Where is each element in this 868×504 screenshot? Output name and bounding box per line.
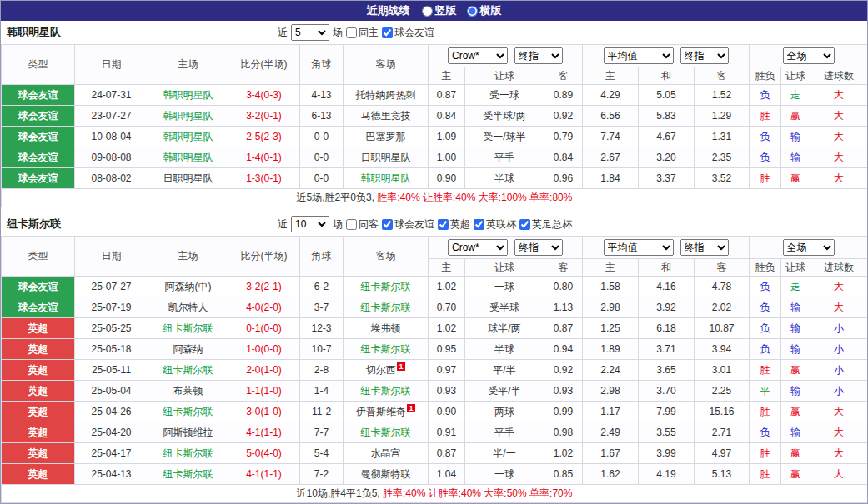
result-group: 全场 xyxy=(750,45,868,67)
match-date: 10-08-04 xyxy=(75,127,148,147)
avg-draw-odds: 3.65 xyxy=(639,360,695,381)
layout-option[interactable]: 竖版 xyxy=(422,3,457,18)
summary-segment: 胜率:40% xyxy=(383,487,425,499)
filter-option[interactable]: 英足总杯 xyxy=(519,217,572,232)
avg-draw-odds: 5.83 xyxy=(639,106,695,127)
sub-col-header: 客 xyxy=(695,67,750,85)
result-goals: 大 xyxy=(810,464,868,485)
match-row: 英超25-05-11纽卡斯尔联2-0(1-0)2-8切尔西10.97平/半0.9… xyxy=(2,360,868,381)
handicap-line: 一球 xyxy=(465,464,544,485)
result-handicap: 输 xyxy=(781,339,810,360)
team-name: 纽卡斯尔联 xyxy=(163,447,213,459)
handicap-line: 受一/球半 xyxy=(465,127,544,147)
home-team: 阿森纳(中) xyxy=(148,277,228,297)
avg-home-odds: 1.17 xyxy=(583,402,639,422)
sub-col-header: 让球 xyxy=(781,259,810,277)
layout-radio-1[interactable] xyxy=(422,6,433,17)
summary-row: 近10场,胜4平1负5, 胜率:40% 让胜率:40% 大率:50% 单率:70… xyxy=(2,485,868,503)
filter-checkbox-4[interactable] xyxy=(474,219,484,230)
handicap-home-odds: 1.09 xyxy=(429,127,465,147)
avg-home-odds: 2.67 xyxy=(583,147,639,168)
layout-radio-2[interactable] xyxy=(467,6,478,17)
avg-draw-odds: 6.18 xyxy=(639,318,695,339)
sub-col-header: 进球数 xyxy=(810,259,868,277)
recent-results-panel: 近期战绩 竖版横版 韩职明星队近5场同主球会友谊类型日期主场比分(半场)角球客场… xyxy=(0,0,868,504)
avg-home-odds: 1.89 xyxy=(583,339,639,360)
handicap-line: 两球 xyxy=(465,402,544,422)
result-outcome: 负 xyxy=(750,339,781,360)
red-card-badge: 1 xyxy=(397,362,405,371)
corner-score: 0-0 xyxy=(300,147,344,168)
match-date: 24-07-31 xyxy=(75,85,148,106)
match-row: 球会友谊08-08-02日职明星队1-3(0-1)0-0韩职明星队0.90半球0… xyxy=(2,168,868,189)
team-name: 韩职明星队 xyxy=(163,152,213,163)
odds-stage-select[interactable]: 终指 xyxy=(514,47,563,64)
avg-home-odds: 1.84 xyxy=(583,168,639,189)
filter-checkbox-1[interactable] xyxy=(346,219,357,230)
match-row: 球会友谊23-07-27韩职明星队3-2(0-1)6-13马德里竞技0.84受半… xyxy=(2,106,868,127)
filter-suffix-label: 场 xyxy=(333,217,343,232)
handicap-line: 半球 xyxy=(465,168,544,189)
team-name: 纽卡斯尔联 xyxy=(163,406,213,417)
match-row: 球会友谊25-07-19凯尔特人4-0(2-0)3-7纽卡斯尔联0.70受半球1… xyxy=(2,297,868,318)
average-select[interactable]: 平均值 xyxy=(604,239,674,256)
avg-stage-select[interactable]: 终指 xyxy=(680,47,729,64)
away-team: 纽卡斯尔联 xyxy=(344,277,429,297)
match-date: 25-05-11 xyxy=(75,360,148,381)
home-team: 凯尔特人 xyxy=(148,297,228,318)
section-header-bar: 纽卡斯尔联近10场同客球会友谊英超英联杯英足总杯 xyxy=(1,212,867,236)
away-team: 纽卡斯尔联 xyxy=(344,297,429,318)
handicap-home-odds: 0.95 xyxy=(429,339,465,360)
filter-option-label: 英超 xyxy=(450,217,470,232)
handicap-away-odds: 0.85 xyxy=(544,464,583,485)
sub-col-header: 让球 xyxy=(465,259,544,277)
red-card-badge: 1 xyxy=(407,404,415,412)
layout-option[interactable]: 横版 xyxy=(467,3,502,18)
bookmaker-select[interactable]: Crow* xyxy=(448,47,508,64)
filter-option[interactable]: 同主 xyxy=(346,26,379,40)
filter-checkbox-3[interactable] xyxy=(438,219,449,230)
avg-draw-odds: 4.19 xyxy=(639,464,695,485)
avg-away-odds: 2.25 xyxy=(695,381,750,402)
avg-home-odds: 2.98 xyxy=(583,381,639,402)
filter-option[interactable]: 英联杯 xyxy=(474,217,516,232)
filter-checkbox-2[interactable] xyxy=(382,219,393,230)
match-date: 25-07-19 xyxy=(75,297,148,318)
odds-stage-select[interactable]: 终指 xyxy=(514,239,563,256)
average-select[interactable]: 平均值 xyxy=(604,47,674,64)
team-name: 巴塞罗那 xyxy=(366,131,406,142)
handicap-home-odds: 1.02 xyxy=(429,318,465,339)
bookmaker-select[interactable]: Crow* xyxy=(448,239,508,256)
filter-option[interactable]: 球会友谊 xyxy=(382,26,434,40)
corner-score: 12-3 xyxy=(300,318,344,339)
handicap-home-odds: 1.02 xyxy=(429,277,465,297)
away-team: 马德里竞技 xyxy=(344,106,429,127)
col-header-6: 客场 xyxy=(344,237,429,277)
handicap-home-odds: 0.70 xyxy=(429,297,465,318)
away-team: 曼彻斯特联 xyxy=(344,464,429,485)
match-count-select[interactable]: 10 xyxy=(291,216,329,232)
filter-option[interactable]: 同客 xyxy=(346,217,379,232)
avg-home-odds: 1.62 xyxy=(583,464,639,485)
handicap-away-odds: 1.02 xyxy=(544,443,583,464)
avg-draw-odds: 3.70 xyxy=(639,381,695,402)
avg-stage-select[interactable]: 终指 xyxy=(680,239,729,256)
filter-option-label: 同主 xyxy=(359,26,379,40)
filter-option-label: 球会友谊 xyxy=(394,26,434,40)
scope-select[interactable]: 全场 xyxy=(783,47,835,64)
filter-checkbox-2[interactable] xyxy=(382,27,393,38)
match-date: 25-07-27 xyxy=(75,277,148,297)
filter-checkbox-1[interactable] xyxy=(346,27,357,38)
summary-row: 近5场,胜2平0负3, 胜率:40% 让胜率:40% 大率:100% 单率:80… xyxy=(2,189,868,207)
score: 1-1(1-0) xyxy=(228,381,300,402)
scope-select[interactable]: 全场 xyxy=(783,239,835,256)
filter-option[interactable]: 英超 xyxy=(438,217,470,232)
filter-option[interactable]: 球会友谊 xyxy=(382,217,434,232)
match-date: 25-05-25 xyxy=(75,318,148,339)
handicap-line: 半球 xyxy=(465,339,544,360)
filter-checkbox-5[interactable] xyxy=(519,219,530,230)
match-count-select[interactable]: 5 xyxy=(291,24,329,41)
handicap-line: 平手 xyxy=(465,422,544,443)
handicap-line: 受半球 xyxy=(465,297,544,318)
score: 4-1(1-1) xyxy=(228,464,300,485)
